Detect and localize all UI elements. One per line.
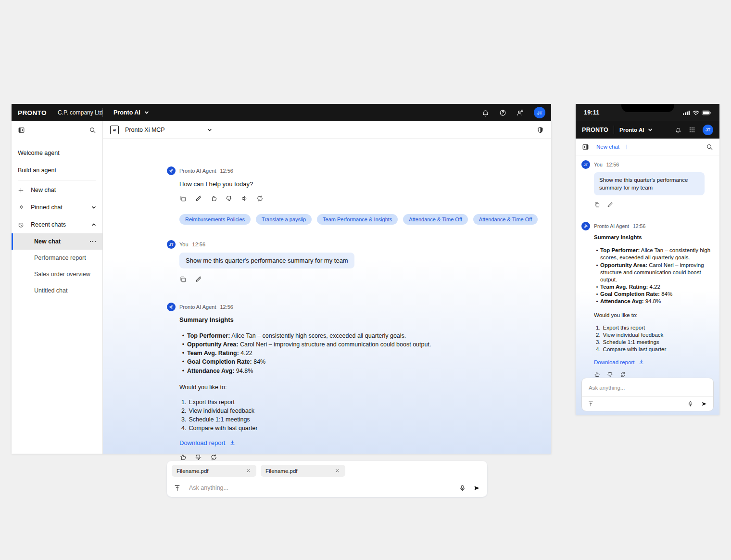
timestamp: 12:56 [220,304,233,310]
shield-icon[interactable] [537,127,544,134]
search-icon[interactable] [706,143,713,151]
user-avatar[interactable]: JT [534,107,545,118]
sidebar-item-build-agent[interactable]: Build an agent [12,162,102,179]
chip-attendance-1[interactable]: Attendance & Time Off [403,214,467,225]
upload-icon[interactable] [588,401,594,407]
agent-name: Pronto AI Agent [179,168,216,174]
ai-badge-icon: AI [110,126,119,134]
main-area: AI Pronto Xi MCP Pronto AI Agent 12:56 [103,121,551,454]
regenerate-icon[interactable] [210,454,217,461]
thumbs-down-icon[interactable] [195,454,202,461]
chat-list-item[interactable]: Untitled chat [12,282,102,299]
chat-list-item[interactable]: Sales order overview [12,266,102,282]
thumbs-up-icon[interactable] [210,195,217,202]
agent-avatar [167,166,176,175]
bell-icon[interactable] [675,127,681,133]
plus-icon[interactable] [624,144,630,150]
agent-avatar [167,303,176,311]
signal-icon [683,110,690,115]
user-avatar: JT [167,240,176,249]
close-icon[interactable] [245,468,252,474]
close-icon[interactable] [334,468,340,474]
thumbs-down-icon[interactable] [226,195,233,202]
phone-frame: 19:11 PRONTO Pronto AI JT New chat JT Yo… [576,104,719,415]
chevron-down-icon[interactable] [207,127,212,132]
edit-icon[interactable] [195,195,202,202]
edit-icon[interactable] [195,276,202,283]
chip-translate-payslip[interactable]: Translate a payslip [256,214,312,225]
input-toolbar [582,397,713,411]
upload-icon[interactable] [174,484,181,492]
copy-icon[interactable] [594,202,600,208]
bell-icon[interactable] [482,109,489,116]
sidebar-item-new-chat[interactable]: New chat [12,181,102,199]
chevron-down-icon[interactable] [144,110,149,115]
copy-icon[interactable] [179,276,187,283]
model-name: Pronto Xi MCP [125,127,165,133]
bullet-item: •Opportunity Area: Carol Neri – improvin… [179,340,487,349]
chat-list-item[interactable]: Performance report [12,250,102,266]
mobile-input-card [581,378,714,411]
regenerate-icon[interactable] [620,371,626,378]
regenerate-icon[interactable] [256,195,264,202]
asterisk-icon [169,168,174,173]
search-icon[interactable] [89,127,96,134]
chip-attendance-2[interactable]: Attendance & Time Off [473,214,538,225]
download-report-link[interactable]: Download report [594,359,714,365]
agent-name: Pronto AI Agent [179,304,216,310]
user-avatar[interactable]: JT [703,125,713,135]
chat-area: Pronto AI Agent 12:56 How can I help you… [103,139,551,454]
agent-person-icon[interactable] [517,109,524,116]
timestamp: 12:56 [192,242,206,247]
sidebar-item-pinned-chat[interactable]: Pinned chat [12,199,102,216]
thumbs-up-icon[interactable] [594,371,600,378]
send-icon[interactable] [473,484,480,492]
new-chat-bar: New chat [576,139,719,155]
send-icon[interactable] [701,401,707,407]
attached-files: Filename.pdf Filename.pdf [172,465,482,477]
mic-icon[interactable] [459,484,466,492]
timestamp: 12:56 [220,168,233,174]
chip-team-performance[interactable]: Team Performance & Insights [317,214,398,225]
timestamp: 12:56 [633,223,645,229]
summary-bullets: •Top Performer: Alice Tan – consistently… [594,247,714,305]
agent-message: Pronto AI Agent 12:56 Summary Insights •… [581,222,714,378]
option-item: 4.Compare with last quarter [179,424,487,433]
apps-grid-icon[interactable] [689,127,695,133]
company-name: C.P. company Ltd [58,109,103,116]
message-actions [594,371,714,378]
speaker-icon[interactable] [241,195,248,202]
edit-icon[interactable] [607,202,613,208]
user-name: You [594,162,603,167]
ask-input[interactable] [188,484,452,492]
input-row [172,482,482,493]
chat-input-card: Filename.pdf Filename.pdf [167,461,487,497]
sidebar-item-recent-chats[interactable]: Recent chats [12,216,102,233]
more-icon[interactable] [90,241,96,242]
chip-reimbursements[interactable]: Reimbursements Policies [179,214,251,225]
option-item: 3.Schedule 1:1 meetings [179,415,487,424]
wifi-icon [693,110,699,115]
mic-icon[interactable] [687,401,693,407]
plus-icon [18,187,24,193]
help-icon[interactable] [499,109,506,116]
chat-column: Pronto AI Agent 12:56 How can I help you… [167,139,487,461]
thumbs-up-icon[interactable] [179,454,187,461]
sidebar-collapse-icon[interactable] [18,127,25,134]
sidebar-item-welcome-agent[interactable]: Welcome agent [12,144,102,162]
header-actions: JT [675,125,713,135]
notch [621,104,674,112]
agent-message-1: Pronto AI Agent 12:56 How can I help you… [167,166,487,225]
user-message: JT You 12:56 Show me this quarter's perf… [167,240,487,283]
new-chat-button[interactable]: New chat [596,144,619,150]
would-you-like: Would you like to: [179,384,487,391]
thumbs-down-icon[interactable] [607,371,613,378]
bullet-item: •Top Performer: Alice Tan – consistently… [179,331,487,340]
ask-input[interactable] [588,384,709,391]
agent-message-2: Pronto AI Agent 12:56 Summary Insights •… [167,303,487,461]
download-report-link[interactable]: Download report [179,439,487,446]
chevron-down-icon[interactable] [648,127,653,132]
sidebar-expand-icon[interactable] [582,143,589,151]
chat-list-item-selected[interactable]: New chat [12,233,102,250]
copy-icon[interactable] [179,195,187,202]
